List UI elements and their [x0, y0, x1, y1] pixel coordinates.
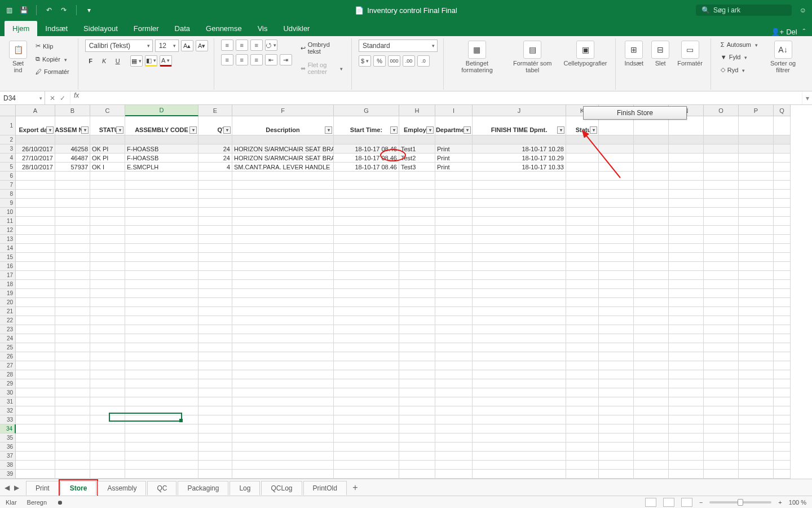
- cell[interactable]: [90, 271, 125, 280]
- cell[interactable]: [774, 208, 791, 217]
- cell[interactable]: [399, 443, 435, 452]
- cell[interactable]: [774, 361, 791, 370]
- row-header[interactable]: 10: [0, 208, 16, 217]
- cell[interactable]: [473, 280, 566, 289]
- cell[interactable]: [90, 289, 125, 298]
- filter-button[interactable]: ▾: [116, 126, 123, 134]
- expand-formula-bar-icon[interactable]: ▾: [802, 91, 812, 104]
- cell[interactable]: [399, 406, 435, 415]
- filter-button[interactable]: ▾: [189, 126, 197, 134]
- filter-button[interactable]: ▾: [223, 126, 231, 134]
- cell[interactable]: [55, 361, 90, 370]
- cell[interactable]: 26/10/2017: [16, 144, 55, 154]
- cell[interactable]: [739, 343, 774, 352]
- row-header[interactable]: 12: [0, 226, 16, 235]
- row-header[interactable]: 11: [0, 217, 16, 226]
- cell[interactable]: [90, 217, 125, 226]
- cell[interactable]: [704, 244, 739, 253]
- cell[interactable]: Start Time:▾: [334, 116, 399, 135]
- cell[interactable]: [634, 443, 669, 452]
- row-header[interactable]: 29: [0, 379, 16, 388]
- cell[interactable]: [55, 217, 90, 226]
- cell[interactable]: [435, 361, 473, 370]
- ribbon-tab-hjem[interactable]: Hjem: [5, 21, 37, 36]
- cell[interactable]: [198, 298, 232, 307]
- format-cells-button[interactable]: ▭Formatér: [675, 40, 705, 68]
- sheet-nav-next-icon[interactable]: ▶: [14, 484, 19, 492]
- cell[interactable]: [90, 172, 125, 181]
- cell[interactable]: [55, 307, 90, 316]
- cell[interactable]: [669, 325, 704, 334]
- row-header[interactable]: 19: [0, 289, 16, 298]
- cell[interactable]: [669, 144, 704, 154]
- cell[interactable]: 46258: [55, 144, 90, 154]
- row-header[interactable]: 8: [0, 190, 16, 199]
- cell[interactable]: [435, 325, 473, 334]
- row-header[interactable]: 13: [0, 235, 16, 244]
- cell[interactable]: [90, 415, 125, 424]
- cell[interactable]: [16, 217, 55, 226]
- cell[interactable]: [473, 370, 566, 379]
- cell[interactable]: [774, 271, 791, 280]
- ribbon-tab-udvikler[interactable]: Udvikler: [275, 21, 317, 36]
- cell[interactable]: [232, 316, 334, 325]
- cell[interactable]: [566, 307, 599, 316]
- cell[interactable]: [634, 307, 669, 316]
- cell[interactable]: [599, 262, 634, 271]
- cell[interactable]: [634, 235, 669, 244]
- cell[interactable]: [704, 424, 739, 433]
- cell[interactable]: [669, 190, 704, 199]
- cell[interactable]: [634, 135, 669, 144]
- cell[interactable]: [669, 298, 704, 307]
- cell[interactable]: [566, 443, 599, 452]
- cell[interactable]: [774, 406, 791, 415]
- collapse-ribbon-icon[interactable]: ˆ: [803, 28, 805, 36]
- cell[interactable]: [634, 334, 669, 343]
- cell[interactable]: [334, 397, 399, 406]
- row-header[interactable]: 26: [0, 352, 16, 361]
- cell[interactable]: [704, 144, 739, 154]
- cell[interactable]: [634, 461, 669, 470]
- comma-button[interactable]: 000: [388, 55, 400, 67]
- cell[interactable]: [739, 298, 774, 307]
- cell[interactable]: [473, 415, 566, 424]
- cell[interactable]: [334, 217, 399, 226]
- cell[interactable]: [125, 226, 198, 235]
- cell[interactable]: [399, 397, 435, 406]
- cell[interactable]: [125, 361, 198, 370]
- column-header[interactable]: J: [473, 105, 566, 116]
- cell[interactable]: [198, 325, 232, 334]
- cell[interactable]: [435, 135, 473, 144]
- cell[interactable]: [704, 415, 739, 424]
- cell[interactable]: [232, 217, 334, 226]
- cell[interactable]: Department▾: [435, 116, 473, 135]
- cell[interactable]: [774, 352, 791, 361]
- cell[interactable]: ASSEM NO▾: [55, 116, 90, 135]
- cell[interactable]: [232, 470, 334, 479]
- cell[interactable]: [90, 181, 125, 190]
- cell[interactable]: [125, 135, 198, 144]
- autosum-button[interactable]: ΣAutosum: [718, 40, 761, 50]
- cell[interactable]: [399, 217, 435, 226]
- cell[interactable]: [669, 226, 704, 235]
- cell[interactable]: [669, 280, 704, 289]
- cell[interactable]: [599, 235, 634, 244]
- cell[interactable]: [669, 217, 704, 226]
- cell[interactable]: [16, 253, 55, 262]
- cell[interactable]: [473, 307, 566, 316]
- cell[interactable]: [435, 334, 473, 343]
- cell[interactable]: [399, 415, 435, 424]
- cell[interactable]: [669, 181, 704, 190]
- cell[interactable]: [399, 172, 435, 181]
- cell[interactable]: [704, 262, 739, 271]
- cell[interactable]: [669, 172, 704, 181]
- cell[interactable]: [198, 271, 232, 280]
- cell[interactable]: [566, 235, 599, 244]
- cell[interactable]: Test3: [399, 163, 435, 172]
- row-header[interactable]: 4: [0, 154, 16, 163]
- zoom-out-button[interactable]: −: [699, 499, 703, 506]
- cell[interactable]: [232, 244, 334, 253]
- cell[interactable]: [739, 217, 774, 226]
- sheet-nav-prev-icon[interactable]: ◀: [5, 484, 10, 492]
- save-icon[interactable]: 💾: [19, 6, 28, 15]
